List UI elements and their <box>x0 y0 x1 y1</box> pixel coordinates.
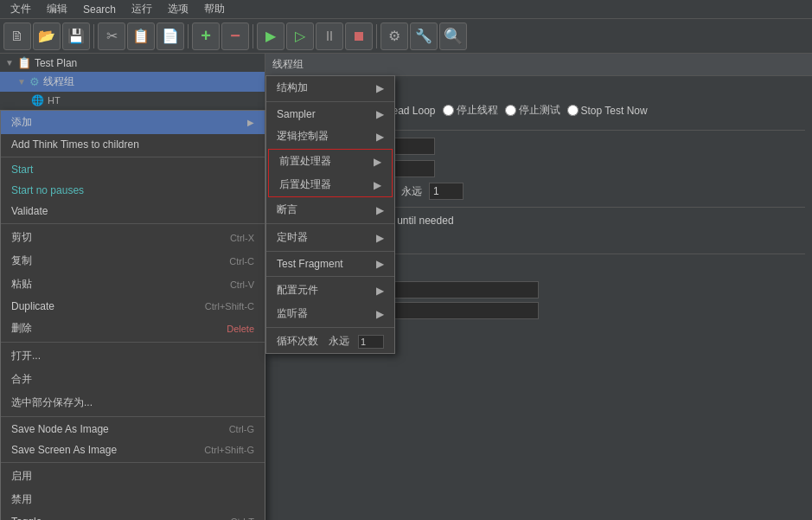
submenu-add: 结构加 ▶ Sampler ▶ 逻辑控制器 ▶ 前置处理器 ▶ 后置处理器 ▶ … <box>265 75 395 354</box>
toolbar-sep-1 <box>93 24 94 48</box>
pause-button[interactable]: ⏸ <box>316 22 343 50</box>
paste-button[interactable]: 📄 <box>157 22 184 50</box>
ctx-merge[interactable]: 合并 <box>1 368 265 391</box>
info-button[interactable]: 🔍 <box>439 22 467 50</box>
submenu-listener[interactable]: 监听器 ▶ <box>266 302 394 325</box>
menu-run[interactable]: 运行 <box>125 0 159 18</box>
submenu-structure[interactable]: 结构加 ▶ <box>266 76 394 100</box>
submenu-pre-processor[interactable]: 前置处理器 ▶ <box>269 150 392 173</box>
play-button[interactable]: ▶ <box>257 22 285 50</box>
plus-button[interactable]: + <box>192 22 220 50</box>
submenu-sampler[interactable]: Sampler ▶ <box>266 104 394 125</box>
ctx-save-selection[interactable]: 选中部分保存为... <box>1 391 265 414</box>
menu-file[interactable]: 文件 <box>3 0 38 18</box>
testplan-icon: 📋 <box>17 56 31 69</box>
submenu-sep-2 <box>266 223 394 224</box>
ctx-duplicate[interactable]: Duplicate Ctrl+Shift-C <box>1 296 265 317</box>
submenu-logic-label: 逻辑控制器 <box>277 129 329 144</box>
submenu-sep-3 <box>266 251 394 252</box>
submenu-listener-arrow: ▶ <box>376 308 384 320</box>
ctx-toggle-shortcut: Ctrl-T <box>231 517 255 520</box>
submenu-post-arrow: ▶ <box>374 179 381 191</box>
ctx-merge-label: 合并 <box>11 372 254 387</box>
ctx-paste[interactable]: 粘贴 Ctrl-V <box>1 273 265 296</box>
ctx-cut[interactable]: 剪切 Ctrl-X <box>1 226 265 249</box>
radio-stop-thread-input[interactable] <box>443 105 454 116</box>
toolbar-sep-3 <box>253 24 253 48</box>
save-button[interactable]: 💾 <box>62 22 90 50</box>
radio-stop-thread-label: 停止线程 <box>457 103 498 118</box>
submenu-sep-4 <box>266 276 394 277</box>
right-header: 线程组 <box>265 54 812 76</box>
loop-count-input[interactable] <box>429 183 464 200</box>
ctx-add-label: 添加 <box>11 115 247 130</box>
ctx-save-node-img[interactable]: Save Node As Image Ctrl-G <box>1 419 265 440</box>
radio-stop-test-now[interactable]: Stop Test Now <box>567 105 648 117</box>
ctx-start[interactable]: Start <box>1 159 265 180</box>
submenu-assertion[interactable]: 断言 ▶ <box>266 198 394 221</box>
settings-button[interactable]: ⚙ <box>380 22 408 50</box>
ctx-enable[interactable]: 启用 <box>1 465 265 488</box>
submenu-listener-label: 监听器 <box>277 306 308 321</box>
tools-button[interactable]: 🔧 <box>410 22 438 50</box>
ctx-delete-label: 删除 <box>11 321 227 336</box>
left-panel: ▼ 📋 Test Plan ▼ ⚙ 线程组 🌐 HT 🔥 察 🔥 察 📢 响 <box>0 54 265 520</box>
toolbar-sep-4 <box>376 24 377 48</box>
radio-stop-now-label: Stop Test Now <box>581 105 648 117</box>
ctx-sep-3 <box>1 342 265 343</box>
ctx-disable[interactable]: 禁用 <box>1 488 265 511</box>
stop-button[interactable]: ⏹ <box>345 22 373 50</box>
submenu-logic-ctrl[interactable]: 逻辑控制器 ▶ <box>266 125 394 148</box>
menu-search[interactable]: Search <box>76 2 123 17</box>
submenu-sampler-label: Sampler <box>277 108 316 120</box>
submenu-test-fragment[interactable]: Test Fragment ▶ <box>266 254 394 274</box>
ctx-add-think-times[interactable]: Add Think Times to children <box>1 134 265 155</box>
ctx-sep-1 <box>1 157 265 157</box>
menu-edit[interactable]: 编辑 <box>40 0 74 18</box>
radio-stop-test[interactable]: 停止测试 <box>505 103 560 118</box>
ctx-add-arrow: ▶ <box>247 118 254 127</box>
sub1-label: HT <box>48 95 61 106</box>
submenu-highlighted-group: 前置处理器 ▶ 后置处理器 ▶ <box>268 149 393 197</box>
right-header-title: 线程组 <box>272 58 304 70</box>
submenu-loop-input[interactable] <box>358 335 384 349</box>
ctx-add[interactable]: 添加 ▶ <box>1 111 265 134</box>
radio-stop-test-input[interactable] <box>505 105 516 116</box>
ctx-validate[interactable]: Validate <box>1 201 265 221</box>
toolbar-sep-2 <box>188 24 189 48</box>
ctx-start-no-pause[interactable]: Start no pauses <box>1 180 265 201</box>
ctx-copy[interactable]: 复制 Ctrl-C <box>1 249 265 273</box>
tree-arrow-threadgroup: ▼ <box>17 77 26 87</box>
radio-stop-now-input[interactable] <box>567 105 579 116</box>
submenu-assertion-label: 断言 <box>277 202 297 217</box>
ctx-open[interactable]: 打开... <box>1 344 265 368</box>
submenu-post-processor[interactable]: 后置处理器 ▶ <box>269 173 392 196</box>
menu-help[interactable]: 帮助 <box>197 0 232 18</box>
submenu-loop-count: 循环次数 永远 <box>266 330 394 353</box>
minus-button[interactable]: − <box>221 22 249 50</box>
ctx-paste-shortcut: Ctrl-V <box>230 279 254 290</box>
new-button[interactable]: 🗎 <box>3 22 31 50</box>
submenu-sep-1 <box>266 101 394 102</box>
ctx-start-no-pause-label: Start no pauses <box>11 184 254 196</box>
submenu-post-label: 后置处理器 <box>279 177 331 192</box>
ctx-save-screen-img[interactable]: Save Screen As Image Ctrl+Shift-G <box>1 440 265 460</box>
tree-item-sub1[interactable]: 🌐 HT <box>0 92 265 109</box>
threadgroup-icon: ⚙ <box>29 75 40 88</box>
open-button[interactable]: 📂 <box>33 22 61 50</box>
cut-button[interactable]: ✂ <box>98 22 125 50</box>
menu-options[interactable]: 选项 <box>161 0 195 18</box>
copy-button[interactable]: 📋 <box>127 22 155 50</box>
ctx-delete[interactable]: 删除 Delete <box>1 317 265 340</box>
ctx-toggle[interactable]: Toggle Ctrl-T <box>1 511 265 520</box>
ctx-disable-label: 禁用 <box>11 492 254 507</box>
start-no-pause-button[interactable]: ▷ <box>286 22 314 50</box>
tree-item-testplan[interactable]: ▼ 📋 Test Plan <box>0 54 265 72</box>
submenu-timer-arrow: ▶ <box>376 232 384 244</box>
submenu-config[interactable]: 配置元件 ▶ <box>266 279 394 302</box>
ctx-cut-label: 剪切 <box>11 230 230 245</box>
sub1-icon: 🌐 <box>31 94 44 106</box>
radio-stop-thread[interactable]: 停止线程 <box>443 103 498 118</box>
tree-item-threadgroup[interactable]: ▼ ⚙ 线程组 <box>0 72 265 92</box>
submenu-timer[interactable]: 定时器 ▶ <box>266 226 394 249</box>
